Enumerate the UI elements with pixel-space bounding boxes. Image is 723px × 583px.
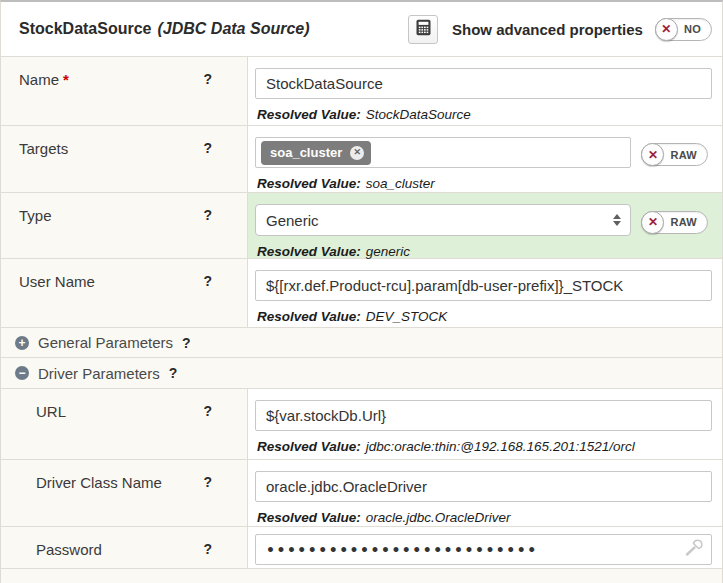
resolved-value-label: Resolved Value: — [257, 244, 361, 259]
field-row-user-name: User Name ? Resolved Value:DEV_STOCK — [1, 259, 722, 328]
user-name-value-cell: Resolved Value:DEV_STOCK — [248, 259, 722, 327]
resolved-value-text: StockDataSource — [366, 107, 471, 122]
name-label: Name — [19, 71, 59, 88]
driver-class-resolved: Resolved Value:oracle.jdbc.OracleDriver — [257, 510, 712, 525]
help-icon[interactable]: ? — [203, 207, 212, 223]
resolved-value-label: Resolved Value: — [257, 107, 361, 122]
toggle-x-icon: ✕ — [641, 211, 664, 234]
url-label-cell: URL ? — [1, 389, 248, 459]
calculator-icon — [415, 19, 432, 39]
help-icon[interactable]: ? — [182, 335, 191, 351]
resolved-value-text: jdbc:oracle:thin:@192.168.165.201:1521/o… — [366, 439, 635, 454]
field-row-driver-class-name: Driver Class Name ? Resolved Value:oracl… — [1, 460, 722, 527]
target-tag-label: soa_cluster — [270, 145, 342, 160]
resolved-value-text: DEV_STOCK — [366, 309, 448, 324]
name-input[interactable] — [255, 68, 712, 99]
resolved-value-label: Resolved Value: — [257, 309, 361, 324]
driver-class-input[interactable] — [255, 471, 712, 502]
driver-class-label: Driver Class Name — [36, 474, 162, 491]
type-label-cell: Type ? — [1, 193, 248, 258]
password-input[interactable] — [255, 534, 712, 565]
driver-class-label-cell: Driver Class Name ? — [1, 460, 248, 526]
raw-toggle-label: RAW — [670, 216, 697, 228]
help-icon[interactable]: ? — [203, 474, 212, 490]
advanced-properties-label: Show advanced properties — [452, 21, 643, 38]
field-row-type: Type ? Generic ✕ RAW Resolved Value:gene… — [1, 193, 722, 259]
user-name-label-cell: User Name ? — [1, 259, 248, 327]
help-icon[interactable]: ? — [169, 365, 178, 381]
resolved-value-label: Resolved Value: — [257, 510, 361, 525]
type-selected-option: Generic — [266, 212, 319, 229]
target-tag: soa_cluster ✕ — [261, 141, 371, 165]
raw-toggle-label: RAW — [670, 149, 697, 161]
jdbc-datasource-form: StockDataSource (JDBC Data Source) Show … — [0, 0, 723, 583]
url-label: URL — [36, 403, 66, 420]
wrench-icon[interactable] — [684, 538, 704, 562]
targets-label-cell: Targets ? — [1, 126, 248, 192]
field-row-name: Name * ? Resolved Value:StockDataSource — [1, 57, 722, 126]
collapse-icon[interactable]: − — [15, 366, 29, 380]
resolved-value-text: generic — [366, 244, 410, 259]
toggle-x-icon: ✕ — [641, 143, 664, 166]
page-subtitle: (JDBC Data Source) — [158, 20, 310, 38]
url-input[interactable] — [255, 400, 712, 431]
section-general-label: General Parameters — [38, 334, 173, 351]
toggle-x-icon: ✕ — [655, 18, 678, 41]
next-row-partial — [1, 569, 722, 583]
tag-remove-icon[interactable]: ✕ — [350, 146, 364, 160]
calculator-button[interactable] — [408, 15, 438, 44]
advanced-properties-toggle[interactable]: ✕ NO — [655, 18, 712, 41]
help-icon[interactable]: ? — [203, 403, 212, 419]
section-general-parameters[interactable]: + General Parameters ? — [1, 328, 722, 358]
page-title: StockDataSource — [19, 20, 152, 38]
name-label-cell: Name * ? — [1, 57, 248, 125]
required-marker: * — [63, 71, 69, 88]
resolved-value-text: oracle.jdbc.OracleDriver — [366, 510, 511, 525]
user-name-resolved: Resolved Value:DEV_STOCK — [257, 309, 712, 324]
select-spinner-icon — [613, 214, 621, 226]
password-label-cell: Password ? — [1, 527, 248, 568]
form-header: StockDataSource (JDBC Data Source) Show … — [1, 2, 722, 57]
help-icon[interactable]: ? — [203, 140, 212, 156]
toggle-state-label: NO — [684, 23, 701, 35]
driver-class-value-cell: Resolved Value:oracle.jdbc.OracleDriver — [248, 460, 722, 526]
type-resolved: Resolved Value:generic — [257, 244, 712, 259]
help-icon[interactable]: ? — [203, 273, 212, 289]
targets-input[interactable]: soa_cluster ✕ — [255, 137, 631, 168]
targets-resolved: Resolved Value:soa_cluster — [257, 176, 712, 191]
type-value-cell: Generic ✕ RAW Resolved Value:generic — [248, 193, 722, 258]
targets-value-cell: soa_cluster ✕ ✕ RAW Resolved Value:soa_c… — [248, 126, 722, 192]
field-row-targets: Targets ? soa_cluster ✕ ✕ RAW Resolved V… — [1, 126, 722, 193]
targets-label: Targets — [19, 140, 68, 157]
resolved-value-label: Resolved Value: — [257, 439, 361, 454]
resolved-value-label: Resolved Value: — [257, 176, 361, 191]
password-label: Password — [36, 541, 102, 558]
targets-raw-toggle[interactable]: ✕ RAW — [641, 143, 708, 166]
section-driver-label: Driver Parameters — [38, 365, 160, 382]
url-resolved: Resolved Value:jdbc:oracle:thin:@192.168… — [257, 439, 712, 454]
field-row-password: Password ? — [1, 527, 722, 569]
name-resolved: Resolved Value:StockDataSource — [257, 107, 712, 122]
help-icon[interactable]: ? — [203, 71, 212, 87]
help-icon[interactable]: ? — [203, 541, 212, 557]
section-driver-parameters[interactable]: − Driver Parameters ? — [1, 358, 722, 389]
resolved-value-text: soa_cluster — [366, 176, 435, 191]
type-select[interactable]: Generic — [255, 204, 631, 236]
type-raw-toggle[interactable]: ✕ RAW — [641, 211, 708, 234]
user-name-label: User Name — [19, 273, 95, 290]
name-value-cell: Resolved Value:StockDataSource — [248, 57, 722, 125]
user-name-input[interactable] — [255, 270, 712, 301]
expand-icon[interactable]: + — [15, 336, 29, 350]
type-label: Type — [19, 207, 52, 224]
field-row-url: URL ? Resolved Value:jdbc:oracle:thin:@1… — [1, 389, 722, 460]
password-value-cell — [248, 527, 722, 568]
url-value-cell: Resolved Value:jdbc:oracle:thin:@192.168… — [248, 389, 722, 459]
